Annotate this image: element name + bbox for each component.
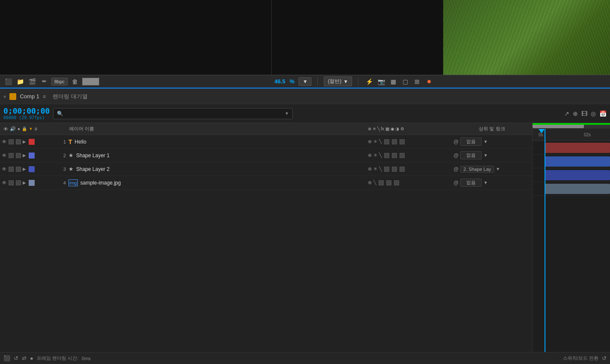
folder-icon[interactable]: 📁 [15, 77, 25, 86]
audio-col-icon: 🔊 [10, 126, 16, 132]
l3s3[interactable] [400, 167, 405, 172]
toolbar-center: 46.5 % ▼ (절반) ▼ ⚡ 📷 ▦ ▢ ⊞ ● [102, 76, 607, 86]
anchor-icon[interactable]: ⊕ [573, 110, 578, 117]
work-area-bar[interactable] [533, 123, 610, 125]
layer-2-audio-sq[interactable] [9, 153, 14, 158]
l1s2[interactable] [392, 139, 397, 144]
grid-icon[interactable]: ▦ [388, 77, 398, 86]
layer-4-eye[interactable]: 👁 [2, 180, 7, 186]
layer-1-parent-name: 없음 [460, 138, 482, 146]
layer-timeline-area: 👁 🔊 ● 🔒 ▼ # 레이어 이름 ⊕ ✳ ╲ fx ▦ ◉ ◑ ⚙ 상위 및… [0, 123, 610, 352]
layer-3-parent-dropdown[interactable]: ▼ [496, 167, 500, 171]
l3s1[interactable] [384, 167, 389, 172]
layer-4-icons: 👁 ▶ [2, 180, 57, 186]
num-col-header: # [35, 126, 37, 132]
layer-3-name: Shape Layer 2 [76, 166, 368, 172]
track-4-bar [545, 184, 610, 194]
l2s2[interactable] [392, 153, 397, 158]
color-rect[interactable] [82, 78, 99, 85]
table-row[interactable]: 👁 ▶ 3 ★ Shape Layer 2 ⊕ ✳ ╲ [0, 162, 532, 176]
layer-4-expand[interactable]: ▶ [23, 180, 26, 185]
monitor-icon[interactable]: ⬛ [3, 77, 13, 86]
zoom-unit: % [290, 78, 295, 85]
footage-icon[interactable]: 🎬 [27, 77, 37, 86]
ruler-label-2s: 02s [584, 132, 591, 137]
snapshot-icon[interactable]: 📷 [376, 77, 386, 86]
layer-4-parent-dropdown[interactable]: ▼ [483, 180, 488, 185]
layer-1-num: 1 [57, 139, 66, 144]
color-correction-icon[interactable]: ● [424, 77, 434, 86]
toolbar-right-icons: ⚡ 📷 ▦ ▢ ⊞ ● [364, 77, 434, 86]
close-button[interactable]: × [3, 94, 6, 99]
layer-4-num: 4 [57, 180, 66, 185]
l3s2[interactable] [392, 167, 397, 172]
track-2-bar [545, 156, 610, 167]
search-dropdown-icon[interactable]: ▼ [284, 111, 289, 116]
preview-left-panel [0, 0, 272, 75]
bottom-bar: ⬛ ↺ ⇄ ● 프레임 렌더링 시간: 0ms 스위치/모드 전환 ↺ [0, 352, 610, 364]
bottom-icon-3[interactable]: ⇄ [22, 355, 27, 361]
render-queue-label[interactable]: 렌더링 대기열 [53, 93, 88, 100]
l2s1[interactable] [384, 153, 389, 158]
l4s1[interactable] [379, 180, 384, 185]
search-input[interactable] [65, 111, 283, 117]
mode-switch-label[interactable]: 스위치/모드 전환 [563, 355, 598, 361]
l2s3[interactable] [400, 153, 405, 158]
video-icon[interactable]: 🎞 [581, 110, 587, 117]
layer-3-expand[interactable]: ▶ [23, 167, 26, 171]
layer-2-parent-dropdown[interactable]: ▼ [483, 153, 488, 158]
search-box[interactable]: 🔍 ▼ [53, 108, 293, 119]
calendar-icon[interactable]: 📅 [599, 110, 607, 117]
3d-icon[interactable]: ⊞ [412, 77, 422, 86]
layer-4-parent: @ 없음 ▼ [453, 179, 530, 187]
table-row[interactable]: 👁 ▶ 4 img sample-image.jpg ⊕ ╲ @ [0, 176, 532, 190]
layer-1-parent-dropdown[interactable]: ▼ [483, 139, 488, 144]
zoom-dropdown-arrow: ▼ [302, 79, 308, 85]
bottom-icon-1[interactable]: ⬛ [3, 355, 10, 361]
arrow-tool-icon[interactable]: ↗ [564, 110, 569, 117]
layer-1-audio-sq[interactable] [9, 139, 14, 144]
layer-3-audio-sq[interactable] [9, 167, 14, 172]
brush-icon[interactable]: ✒ [39, 77, 49, 86]
layer-1-expand[interactable]: ▶ [23, 139, 26, 144]
layer-1-eye[interactable]: 👁 [2, 139, 7, 145]
fast-preview-icon[interactable]: ⚡ [364, 77, 374, 86]
globe-icon[interactable]: ◎ [591, 110, 596, 117]
table-row[interactable]: 👁 ▶ 1 T Hello ⊕ ✳ ╲ @ [0, 135, 532, 149]
safe-zones-icon[interactable]: ▢ [400, 77, 410, 86]
trash-icon[interactable]: 🗑 [70, 77, 80, 86]
resolution-dropdown[interactable]: (절반) ▼ [324, 76, 352, 86]
layer-1-parent-spiral: @ [453, 139, 459, 145]
layer-2-expand[interactable]: ▶ [23, 153, 26, 158]
layer-4-audio-sq[interactable] [9, 180, 14, 185]
bottom-icon-4[interactable]: ● [30, 355, 33, 361]
timeline-scrollbar-area[interactable] [533, 123, 610, 129]
bottom-icon-2[interactable]: ↺ [14, 355, 18, 361]
search-icon: 🔍 [57, 111, 63, 117]
comp-panel: × Comp 1 ≡ 렌더링 대기열 0;00;00;00 00000 (29.… [0, 88, 610, 352]
layer-3-solo-sq[interactable] [16, 167, 21, 172]
layer-4-color [29, 180, 35, 186]
label-col-icon: ▼ [29, 126, 33, 131]
layer-1-solo-sq[interactable] [16, 139, 21, 144]
layer-3-eye[interactable]: 👁 [2, 166, 7, 172]
bottom-right-icon[interactable]: ↺ [602, 355, 607, 361]
comp-menu-icon[interactable]: ≡ [43, 94, 46, 100]
layer-3-switches: ⊕ ✳ ╲ [368, 166, 453, 172]
column-headers: 👁 🔊 ● 🔒 ▼ # 레이어 이름 ⊕ ✳ ╲ fx ▦ ◉ ◑ ⚙ 상위 및… [0, 123, 532, 135]
layer-4-parent-name: 없음 [460, 179, 482, 187]
layer-4-solo-sq[interactable] [16, 180, 21, 185]
timeline-controls: 0;00;00;00 00000 (29.97fps) 🔍 ▼ ↗ ⊕ 🎞 ◎ … [0, 104, 610, 123]
layer-1-name: Hello [75, 139, 368, 145]
zoom-dropdown[interactable]: ▼ [299, 77, 311, 86]
l4s2[interactable] [386, 180, 391, 185]
l4s3[interactable] [394, 180, 399, 185]
table-row[interactable]: 👁 ▶ 2 ★ Shape Layer 1 ⊕ ✳ ╲ [0, 149, 532, 162]
timecode-display[interactable]: 0;00;00;00 00000 (29.97fps) [3, 107, 50, 120]
divider-2 [358, 77, 358, 86]
layer-2-eye[interactable]: 👁 [2, 153, 7, 159]
l1s3[interactable] [400, 139, 405, 144]
layer-2-solo-sq[interactable] [16, 153, 21, 158]
l1s1[interactable] [384, 139, 389, 144]
track-3-bar [545, 170, 610, 180]
